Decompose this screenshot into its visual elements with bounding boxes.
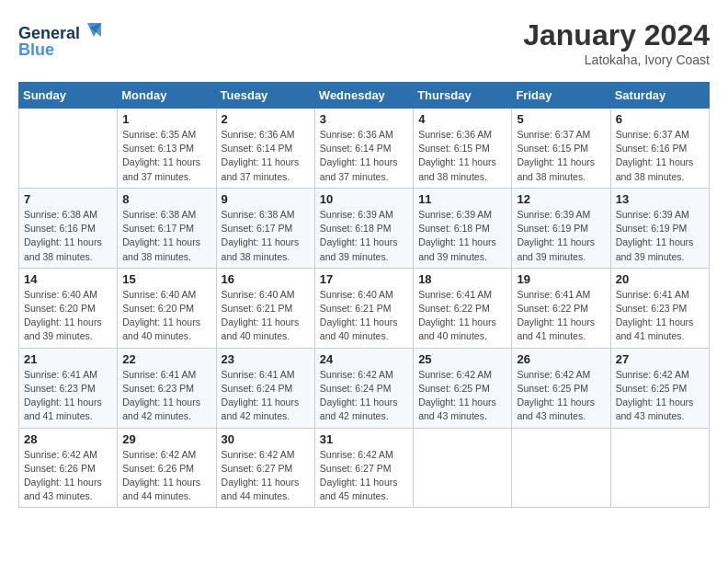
- day-info: Sunrise: 6:42 AMSunset: 6:26 PMDaylight:…: [122, 448, 210, 504]
- day-number: 28: [24, 432, 112, 446]
- day-info: Sunrise: 6:39 AMSunset: 6:18 PMDaylight:…: [320, 208, 408, 264]
- title-block: January 2024 Latokaha, Ivory Coast: [523, 18, 710, 67]
- day-number: 27: [616, 352, 704, 366]
- calendar-cell: 19Sunrise: 6:41 AMSunset: 6:22 PMDayligh…: [512, 268, 610, 348]
- logo-icon: General Blue: [18, 18, 101, 60]
- day-number: 18: [418, 272, 506, 286]
- calendar-cell: 16Sunrise: 6:40 AMSunset: 6:21 PMDayligh…: [216, 268, 314, 348]
- calendar-cell: 14Sunrise: 6:40 AMSunset: 6:20 PMDayligh…: [19, 268, 118, 348]
- day-info: Sunrise: 6:40 AMSunset: 6:21 PMDaylight:…: [222, 288, 310, 344]
- day-info: Sunrise: 6:37 AMSunset: 6:16 PMDaylight:…: [616, 128, 704, 184]
- calendar-week-row: 21Sunrise: 6:41 AMSunset: 6:23 PMDayligh…: [19, 348, 710, 428]
- svg-text:General: General: [18, 24, 80, 42]
- day-number: 26: [517, 352, 605, 366]
- day-info: Sunrise: 6:42 AMSunset: 6:25 PMDaylight:…: [616, 368, 704, 424]
- calendar-cell: 25Sunrise: 6:42 AMSunset: 6:25 PMDayligh…: [414, 348, 512, 428]
- calendar-cell: 23Sunrise: 6:41 AMSunset: 6:24 PMDayligh…: [216, 348, 314, 428]
- logo: General Blue: [18, 18, 101, 60]
- day-info: Sunrise: 6:36 AMSunset: 6:14 PMDaylight:…: [222, 128, 310, 184]
- calendar-cell: 27Sunrise: 6:42 AMSunset: 6:25 PMDayligh…: [610, 348, 709, 428]
- calendar-cell: 29Sunrise: 6:42 AMSunset: 6:26 PMDayligh…: [118, 428, 216, 508]
- day-info: Sunrise: 6:41 AMSunset: 6:23 PMDaylight:…: [24, 368, 112, 424]
- calendar-cell: 8Sunrise: 6:38 AMSunset: 6:17 PMDaylight…: [118, 188, 216, 268]
- day-number: 9: [222, 192, 310, 206]
- calendar-cell: 17Sunrise: 6:40 AMSunset: 6:21 PMDayligh…: [314, 268, 413, 348]
- day-number: 31: [320, 432, 408, 446]
- day-number: 29: [122, 432, 210, 446]
- day-info: Sunrise: 6:41 AMSunset: 6:22 PMDaylight:…: [418, 288, 506, 344]
- day-info: Sunrise: 6:42 AMSunset: 6:25 PMDaylight:…: [418, 368, 506, 424]
- day-number: 3: [320, 112, 408, 126]
- calendar-body: 1Sunrise: 6:35 AMSunset: 6:13 PMDaylight…: [19, 109, 710, 508]
- page-header: General Blue January 2024 Latokaha, Ivor…: [18, 18, 710, 67]
- day-info: Sunrise: 6:42 AMSunset: 6:27 PMDaylight:…: [222, 448, 310, 504]
- day-number: 15: [122, 272, 210, 286]
- calendar-cell: 9Sunrise: 6:38 AMSunset: 6:17 PMDaylight…: [216, 188, 314, 268]
- calendar-cell: 24Sunrise: 6:42 AMSunset: 6:24 PMDayligh…: [314, 348, 413, 428]
- calendar-week-row: 1Sunrise: 6:35 AMSunset: 6:13 PMDaylight…: [19, 109, 710, 189]
- calendar-cell: 21Sunrise: 6:41 AMSunset: 6:23 PMDayligh…: [19, 348, 118, 428]
- day-number: 17: [320, 272, 408, 286]
- day-number: 22: [122, 352, 210, 366]
- day-number: 24: [320, 352, 408, 366]
- location-subtitle: Latokaha, Ivory Coast: [523, 52, 710, 67]
- day-info: Sunrise: 6:35 AMSunset: 6:13 PMDaylight:…: [122, 128, 210, 184]
- day-info: Sunrise: 6:40 AMSunset: 6:20 PMDaylight:…: [24, 288, 112, 344]
- calendar-cell: 5Sunrise: 6:37 AMSunset: 6:15 PMDaylight…: [512, 109, 610, 189]
- weekday-header-cell: Tuesday: [216, 83, 314, 109]
- calendar-cell: 2Sunrise: 6:36 AMSunset: 6:14 PMDaylight…: [216, 109, 314, 189]
- calendar-cell: 7Sunrise: 6:38 AMSunset: 6:16 PMDaylight…: [19, 188, 118, 268]
- day-info: Sunrise: 6:37 AMSunset: 6:15 PMDaylight:…: [517, 128, 605, 184]
- day-number: 6: [616, 112, 704, 126]
- day-info: Sunrise: 6:39 AMSunset: 6:18 PMDaylight:…: [418, 208, 506, 264]
- day-number: 2: [222, 112, 310, 126]
- day-info: Sunrise: 6:41 AMSunset: 6:24 PMDaylight:…: [222, 368, 310, 424]
- calendar-cell: 26Sunrise: 6:42 AMSunset: 6:25 PMDayligh…: [512, 348, 610, 428]
- day-number: 19: [517, 272, 605, 286]
- weekday-header-cell: Friday: [512, 83, 610, 109]
- day-number: 25: [418, 352, 506, 366]
- calendar-week-row: 14Sunrise: 6:40 AMSunset: 6:20 PMDayligh…: [19, 268, 710, 348]
- day-number: 11: [418, 192, 506, 206]
- day-number: 14: [24, 272, 112, 286]
- day-info: Sunrise: 6:40 AMSunset: 6:21 PMDaylight:…: [320, 288, 408, 344]
- weekday-header-cell: Saturday: [610, 83, 709, 109]
- calendar-cell: 13Sunrise: 6:39 AMSunset: 6:19 PMDayligh…: [610, 188, 709, 268]
- calendar-cell: [610, 428, 709, 508]
- calendar-cell: 4Sunrise: 6:36 AMSunset: 6:15 PMDaylight…: [414, 109, 512, 189]
- day-number: 20: [616, 272, 704, 286]
- day-number: 30: [222, 432, 310, 446]
- day-info: Sunrise: 6:41 AMSunset: 6:23 PMDaylight:…: [122, 368, 210, 424]
- calendar-week-row: 7Sunrise: 6:38 AMSunset: 6:16 PMDaylight…: [19, 188, 710, 268]
- day-info: Sunrise: 6:39 AMSunset: 6:19 PMDaylight:…: [616, 208, 704, 264]
- day-info: Sunrise: 6:38 AMSunset: 6:17 PMDaylight:…: [122, 208, 210, 264]
- day-info: Sunrise: 6:40 AMSunset: 6:20 PMDaylight:…: [122, 288, 210, 344]
- day-info: Sunrise: 6:38 AMSunset: 6:16 PMDaylight:…: [24, 208, 112, 264]
- day-number: 10: [320, 192, 408, 206]
- calendar-cell: [414, 428, 512, 508]
- day-number: 5: [517, 112, 605, 126]
- day-number: 16: [222, 272, 310, 286]
- day-number: 8: [122, 192, 210, 206]
- day-info: Sunrise: 6:41 AMSunset: 6:22 PMDaylight:…: [517, 288, 605, 344]
- day-info: Sunrise: 6:39 AMSunset: 6:19 PMDaylight:…: [517, 208, 605, 264]
- calendar-cell: 6Sunrise: 6:37 AMSunset: 6:16 PMDaylight…: [610, 109, 709, 189]
- calendar-cell: 15Sunrise: 6:40 AMSunset: 6:20 PMDayligh…: [118, 268, 216, 348]
- day-number: 13: [616, 192, 704, 206]
- calendar-cell: 18Sunrise: 6:41 AMSunset: 6:22 PMDayligh…: [414, 268, 512, 348]
- day-info: Sunrise: 6:41 AMSunset: 6:23 PMDaylight:…: [616, 288, 704, 344]
- calendar-cell: 10Sunrise: 6:39 AMSunset: 6:18 PMDayligh…: [314, 188, 413, 268]
- weekday-header-cell: Sunday: [19, 83, 118, 109]
- day-info: Sunrise: 6:38 AMSunset: 6:17 PMDaylight:…: [222, 208, 310, 264]
- calendar-cell: [512, 428, 610, 508]
- weekday-header-row: SundayMondayTuesdayWednesdayThursdayFrid…: [19, 83, 710, 109]
- calendar-cell: 22Sunrise: 6:41 AMSunset: 6:23 PMDayligh…: [118, 348, 216, 428]
- day-number: 21: [24, 352, 112, 366]
- day-number: 7: [24, 192, 112, 206]
- calendar-cell: 1Sunrise: 6:35 AMSunset: 6:13 PMDaylight…: [118, 109, 216, 189]
- calendar-week-row: 28Sunrise: 6:42 AMSunset: 6:26 PMDayligh…: [19, 428, 710, 508]
- day-info: Sunrise: 6:42 AMSunset: 6:25 PMDaylight:…: [517, 368, 605, 424]
- calendar-cell: [19, 109, 118, 189]
- calendar-cell: 31Sunrise: 6:42 AMSunset: 6:27 PMDayligh…: [314, 428, 413, 508]
- weekday-header-cell: Wednesday: [314, 83, 413, 109]
